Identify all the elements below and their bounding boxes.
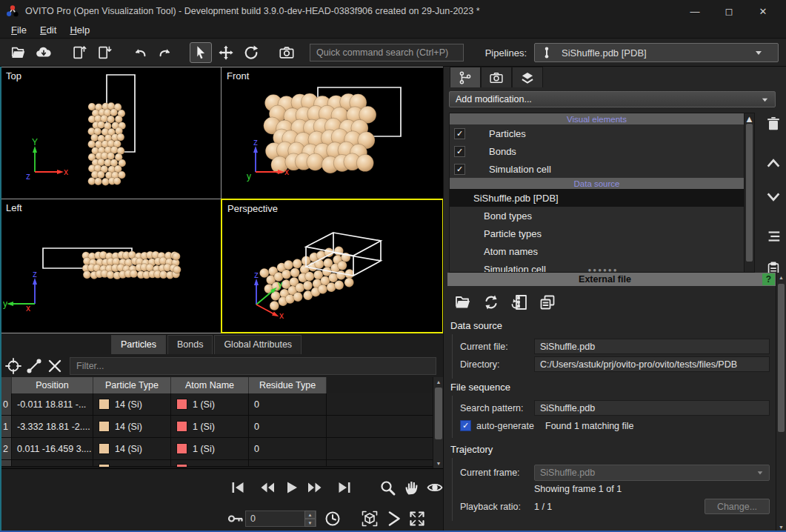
table-row[interactable]: 0 -0.011 18.811 -... 14 (Si) 1 (Si) 0	[0, 393, 444, 416]
pipeline-item-particles[interactable]: ✓Particles	[450, 124, 744, 142]
zoom-tool-button[interactable]	[376, 476, 399, 499]
zoom-scene-extents-button[interactable]	[358, 508, 382, 530]
frame-down-button[interactable]: ▼	[304, 519, 316, 527]
visibility-checkbox[interactable]: ✓	[454, 128, 465, 139]
current-frame-dropdown[interactable]: SiShuffle.pdb	[534, 465, 770, 481]
tab-rendering[interactable]	[481, 67, 512, 87]
pan-tool-button[interactable]	[399, 476, 423, 499]
move-mode-button[interactable]	[215, 42, 237, 63]
frame-spinner[interactable]: ▲ ▼	[245, 511, 316, 527]
pipeline-item-bonds[interactable]: ✓Bonds	[450, 142, 744, 160]
skip-to-end-button[interactable]	[333, 476, 356, 499]
animation-settings-button[interactable]	[321, 508, 344, 530]
delete-modifier-button[interactable]	[762, 113, 785, 135]
viewport-left-label[interactable]: Left	[6, 202, 22, 213]
change-playback-ratio-button[interactable]: Change...	[705, 499, 770, 514]
column-header[interactable]: Particle Type	[93, 377, 171, 393]
atom-name-swatch	[176, 443, 187, 454]
table-row[interactable]: 2 0.011 -16.459 3.... 14 (Si) 1 (Si) 0	[0, 438, 444, 460]
frame-up-button[interactable]: ▲	[304, 511, 316, 519]
clone-pipeline-button[interactable]	[68, 42, 90, 63]
pipeline-item-sishuffle-pdb-pdb-[interactable]: SiShuffle.pdb [PDB]	[450, 189, 744, 207]
visibility-checkbox[interactable]: ✓	[454, 164, 465, 175]
trajectory-section-label: Trajectory	[447, 441, 776, 458]
quick-command-search-input[interactable]	[310, 44, 464, 61]
atom-name-swatch	[176, 421, 187, 432]
inspector-tab-particles[interactable]: Particles	[111, 335, 166, 354]
viewport-perspective-label[interactable]: Perspective	[227, 203, 278, 214]
inspector-tab-global-attributes[interactable]: Global Attributes	[214, 335, 302, 354]
external-file-header[interactable]: External file ?	[447, 273, 776, 286]
inspector-tab-bonds[interactable]: Bonds	[167, 335, 213, 354]
data-source-section-label: Data source	[447, 317, 776, 334]
pick-bond-icon[interactable]	[25, 357, 43, 375]
playback-ratio-label: Playback ratio:	[460, 502, 534, 512]
table-row[interactable]: 1 -3.332 18.81 -2.... 14 (Si) 1 (Si) 0	[0, 416, 444, 438]
paste-pipeline-button[interactable]	[93, 42, 116, 63]
tab-overlays[interactable]	[512, 67, 543, 87]
clear-selection-icon[interactable]	[46, 357, 64, 375]
move-up-button[interactable]	[762, 153, 785, 175]
undo-button[interactable]	[129, 42, 151, 63]
pipeline-item-simulation-cell[interactable]: ✓Simulation cell	[450, 160, 744, 178]
select-mode-button[interactable]	[190, 42, 212, 63]
scroll-up-icon[interactable]: ▲	[776, 273, 786, 282]
minimize-button[interactable]: —	[678, 1, 712, 21]
pipeline-list-scrollbar[interactable]: ▲ ▼	[744, 113, 755, 273]
external-file-title: External file	[447, 274, 762, 285]
scroll-thumb[interactable]	[778, 284, 785, 432]
pipeline-selector[interactable]: SiShuffle.pdb [PDB]	[534, 43, 779, 62]
filter-input[interactable]	[70, 357, 436, 375]
panel-scrollbar[interactable]: ▲ ▼	[776, 273, 786, 532]
visibility-checkbox[interactable]: ✓	[454, 146, 465, 157]
toggle-list-button[interactable]	[762, 225, 785, 247]
viewport-left[interactable]: Left zyx	[0, 199, 222, 333]
open-file-button[interactable]	[7, 42, 30, 63]
skip-to-start-button[interactable]	[226, 476, 250, 499]
scroll-thumb[interactable]	[746, 124, 753, 262]
animation-key-icon[interactable]	[226, 508, 245, 530]
pick-new-file-button[interactable]	[452, 292, 474, 313]
viewport-top-label[interactable]: Top	[6, 70, 21, 82]
previous-frame-button[interactable]	[256, 476, 279, 499]
tab-pipeline[interactable]	[450, 67, 481, 87]
auto-generate-checkbox[interactable]: ✓	[460, 420, 471, 431]
help-button[interactable]: ?	[762, 273, 775, 285]
column-header[interactable]: Position	[12, 377, 93, 393]
scroll-up-icon[interactable]: ▲	[745, 113, 754, 124]
window-title: OVITO Pro (Open Visualization Tool) - De…	[25, 6, 678, 16]
close-button[interactable]: ✕	[746, 1, 780, 21]
column-header[interactable]: Residue Type	[249, 377, 327, 393]
zoom-selection-button[interactable]	[382, 508, 405, 530]
rotate-mode-button[interactable]	[240, 42, 262, 63]
pipeline-item-bond-types[interactable]: Bond types	[450, 207, 744, 225]
table-scrollbar[interactable]: ▲▼	[433, 377, 443, 468]
frame-number-input[interactable]	[246, 513, 304, 524]
column-header[interactable]: Atom Name	[171, 377, 249, 393]
menu-edit[interactable]: Edit	[33, 23, 63, 37]
viewport-top[interactable]: Top Yxz	[0, 67, 222, 199]
import-remote-file-button[interactable]	[33, 42, 55, 63]
maximize-viewport-button[interactable]	[405, 508, 429, 530]
redo-button[interactable]	[154, 42, 176, 63]
viewport-perspective[interactable]: Perspective zyx	[221, 199, 444, 333]
store-internally-button[interactable]	[536, 292, 559, 313]
pick-particle-icon[interactable]	[4, 357, 22, 375]
add-modification-dropdown[interactable]: Add modification...	[449, 91, 776, 107]
menu-file[interactable]: File	[4, 23, 33, 37]
move-down-button[interactable]	[762, 185, 785, 207]
search-pattern-label: Search pattern:	[460, 403, 534, 413]
next-frame-button[interactable]	[303, 476, 327, 499]
viewport-front[interactable]: Front zxy	[221, 67, 444, 199]
update-trajectory-button[interactable]	[508, 292, 530, 313]
animation-bar: ▲ ▼	[0, 468, 444, 532]
pipeline-item-particle-types[interactable]: Particle types	[450, 225, 744, 242]
pipeline-item-atom-names[interactable]: Atom names	[450, 242, 744, 260]
maximize-button[interactable]: ◻	[712, 1, 746, 21]
svg-text:z: z	[26, 171, 30, 182]
play-button[interactable]	[279, 476, 303, 499]
viewport-front-label[interactable]: Front	[227, 70, 249, 82]
render-button[interactable]	[276, 42, 298, 63]
reload-file-button[interactable]	[480, 292, 502, 313]
menu-help[interactable]: Help	[63, 23, 96, 37]
